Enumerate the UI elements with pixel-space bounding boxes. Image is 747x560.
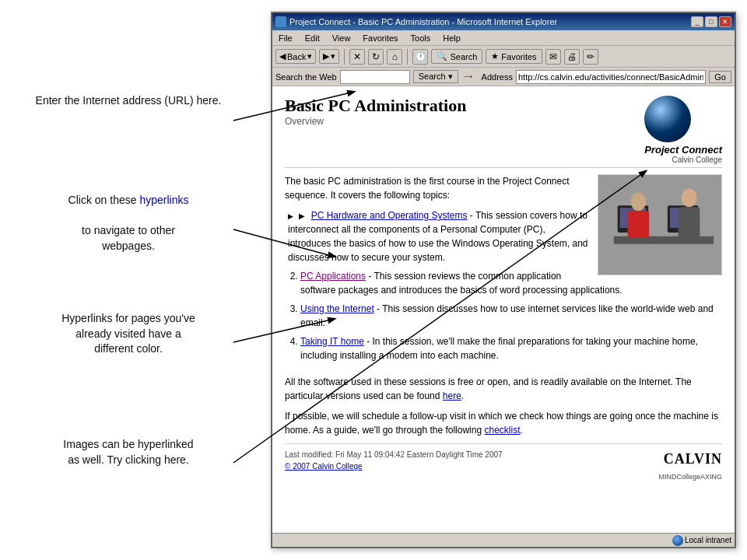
forward-button[interactable]: ▶ ▾: [319, 49, 339, 64]
minimize-button[interactable]: _: [691, 16, 703, 27]
back-icon: ◀: [279, 51, 286, 61]
menu-tools[interactable]: Tools: [408, 33, 434, 43]
edit-button[interactable]: ✏: [583, 49, 598, 65]
here-link[interactable]: here: [443, 390, 461, 401]
close-button[interactable]: ✕: [719, 16, 731, 27]
overview-label: Overview: [285, 116, 466, 127]
project-connect-text: Project Connect: [644, 144, 722, 156]
address-bar: Search the Web Search ▾ → Address Go: [272, 68, 735, 86]
topic-link-0[interactable]: PC Hardware and Operating Systems: [311, 210, 468, 221]
star-icon: ★: [491, 51, 499, 61]
menu-edit[interactable]: Edit: [302, 33, 323, 43]
page-header: Basic PC Administration Overview Project…: [285, 96, 722, 168]
home-button[interactable]: ⌂: [387, 49, 402, 65]
page-content: Basic PC Administration Overview Project…: [272, 86, 735, 533]
status-zone: Local intranet: [672, 535, 731, 546]
mail-button[interactable]: ✉: [545, 49, 561, 65]
project-logo[interactable]: Project Connect Calvin College: [644, 96, 722, 164]
go-button[interactable]: Go: [709, 71, 731, 83]
search-web-input[interactable]: [340, 70, 410, 84]
calvin-footer-text: CALVIN: [664, 449, 722, 470]
print-button[interactable]: 🖨: [564, 49, 580, 65]
toolbar-separator-1: [344, 49, 345, 65]
menu-file[interactable]: File: [275, 33, 296, 43]
visited-annotation: Hyperlinks for pages you've already visi…: [16, 311, 241, 357]
toolbar-separator-2: [407, 49, 408, 65]
menu-view[interactable]: View: [329, 33, 354, 43]
topic-link-2[interactable]: Using the Internet: [300, 303, 374, 314]
toolbar: ◀ Back ▾ ▶ ▾ ✕ ↻ ⌂ 🕐 🔍 Search ★ Favorite…: [272, 46, 735, 68]
window-controls: _ □ ✕: [691, 16, 731, 27]
svg-point-8: [630, 193, 646, 212]
hyperlinks-annotation: Click on these hyperlinks to navigate to…: [16, 193, 241, 254]
hyperlinks-example-link[interactable]: hyperlinks: [139, 194, 188, 206]
back-button[interactable]: ◀ Back ▾: [275, 49, 316, 64]
menu-help[interactable]: Help: [440, 33, 464, 43]
window-title: Project Connect - Basic PC Administratio…: [289, 17, 557, 26]
svg-rect-0: [598, 175, 721, 275]
maximize-button[interactable]: □: [705, 16, 717, 27]
topic-item-2: Using the Internet - This session discus…: [300, 302, 722, 330]
forward-icon: ▶: [323, 51, 329, 61]
address-input[interactable]: [516, 70, 706, 84]
menu-bar: File Edit View Favorites Tools Help: [272, 30, 735, 46]
status-globe-icon: [672, 535, 683, 546]
copyright-link[interactable]: © 2007 Calvin College: [285, 462, 363, 471]
topic-link-1[interactable]: PC Applications: [300, 271, 366, 282]
topic-link-3[interactable]: Taking IT home: [300, 336, 364, 347]
page-title: Basic PC Administration: [285, 96, 466, 116]
menu-favorites[interactable]: Favorites: [359, 33, 401, 43]
forward-dropdown-icon: ▾: [331, 51, 335, 61]
images-annotation: Images can be hyperlinked as well. Try c…: [16, 437, 241, 467]
favorites-button[interactable]: ★ Favorites: [486, 49, 542, 64]
page-footer: CALVIN Last modified: Fri May 11 09:04:4…: [285, 443, 722, 483]
back-dropdown-icon: ▾: [307, 51, 312, 61]
svg-point-10: [682, 189, 697, 208]
address-separator: →: [461, 68, 475, 85]
calvin-mind-text: MINDCollegeAXING: [285, 472, 722, 483]
stop-button[interactable]: ✕: [349, 49, 365, 65]
calvin-college-text: Calvin College: [644, 156, 722, 164]
footer-modified: Last modified: Fri May 11 09:04:42 Easte…: [285, 449, 722, 460]
search-web-label: Search the Web: [275, 72, 337, 82]
url-annotation: Enter the Internet address (URL) here.: [16, 93, 241, 109]
topic-item-3: Taking IT home - In this session, we'll …: [300, 334, 722, 362]
status-bar: Local intranet: [272, 533, 735, 547]
search-web-button[interactable]: Search ▾: [413, 70, 458, 83]
browser-icon: [275, 16, 286, 27]
checklist-link[interactable]: checklist: [484, 425, 520, 436]
history-button[interactable]: 🕐: [412, 49, 428, 65]
page-body: The basic PC administration is the first…: [285, 174, 722, 483]
refresh-button[interactable]: ↻: [368, 49, 384, 65]
search-button[interactable]: 🔍 Search: [431, 49, 482, 64]
browser-window: Project Connect - Basic PC Administratio…: [271, 12, 736, 548]
classroom-image[interactable]: [598, 174, 722, 275]
followup-note: If possible, we will schedule a follow-u…: [285, 409, 722, 437]
svg-rect-11: [679, 207, 700, 238]
globe-image[interactable]: [644, 96, 691, 142]
svg-rect-9: [628, 211, 650, 238]
software-note: All the software used in these sessions …: [285, 375, 722, 403]
search-icon: 🔍: [437, 51, 447, 61]
title-bar: Project Connect - Basic PC Administratio…: [272, 13, 735, 30]
address-label: Address: [482, 72, 513, 82]
